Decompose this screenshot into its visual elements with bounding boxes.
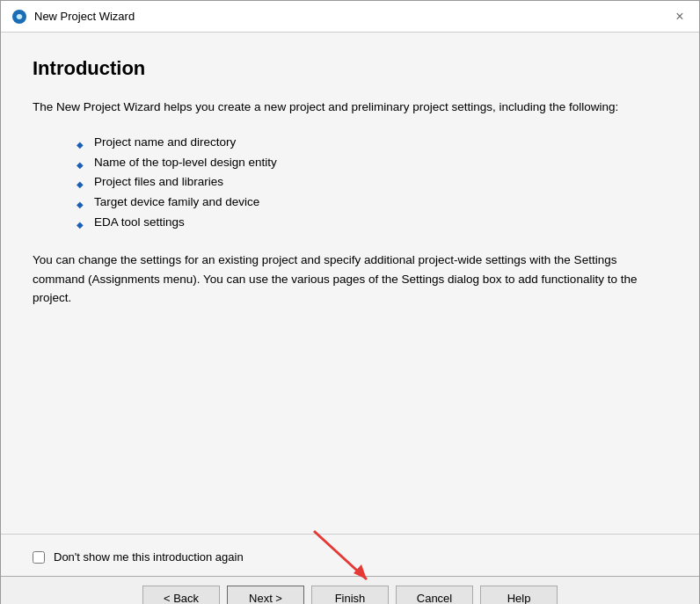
checkbox-area: Don't show me this introduction again <box>1 534 699 576</box>
bullet-icon: ◆ <box>77 217 84 232</box>
title-bar-left: New Project Wizard <box>11 9 135 25</box>
svg-line-2 <box>314 531 367 579</box>
button-bar: < Back Next > Finish Cancel Help <box>1 576 699 604</box>
bullet-text: Project files and libraries <box>94 172 223 193</box>
dont-show-checkbox[interactable] <box>33 551 45 564</box>
back-button[interactable]: < Back <box>142 586 220 604</box>
finish-button[interactable]: Finish <box>311 586 389 604</box>
close-button[interactable]: × <box>671 8 689 25</box>
bullet-list: ◆ Project name and directory ◆ Name of t… <box>33 133 667 234</box>
bullet-icon: ◆ <box>77 137 84 152</box>
content-area: Introduction The New Project Wizard help… <box>1 33 699 534</box>
list-item: ◆ Name of the top-level design entity <box>33 153 667 173</box>
follow-paragraph: You can change the settings for an exist… <box>33 251 667 308</box>
cancel-button[interactable]: Cancel <box>396 586 473 604</box>
page-heading: Introduction <box>33 57 667 80</box>
wizard-window: New Project Wizard × Introduction The Ne… <box>0 0 700 604</box>
app-icon <box>11 9 27 25</box>
bullet-text: Project name and directory <box>94 133 236 153</box>
list-item: ◆ EDA tool settings <box>33 213 667 233</box>
bullet-icon: ◆ <box>77 157 84 172</box>
next-button[interactable]: Next > <box>227 586 304 604</box>
window-title: New Project Wizard <box>34 10 135 23</box>
svg-point-1 <box>17 14 22 19</box>
bullet-icon: ◆ <box>77 197 84 212</box>
bullet-text: Target device family and device <box>94 193 259 213</box>
checkbox-label: Don't show me this introduction again <box>54 550 244 564</box>
help-button[interactable]: Help <box>480 586 558 604</box>
list-item: ◆ Target device family and device <box>33 193 667 213</box>
bullet-text: Name of the top-level design entity <box>94 153 277 173</box>
title-bar: New Project Wizard × <box>1 1 699 33</box>
bullet-text: EDA tool settings <box>94 213 185 233</box>
intro-paragraph: The New Project Wizard helps you create … <box>33 98 667 117</box>
list-item: ◆ Project name and directory <box>33 133 667 153</box>
list-item: ◆ Project files and libraries <box>33 172 667 193</box>
bullet-icon: ◆ <box>77 177 84 192</box>
